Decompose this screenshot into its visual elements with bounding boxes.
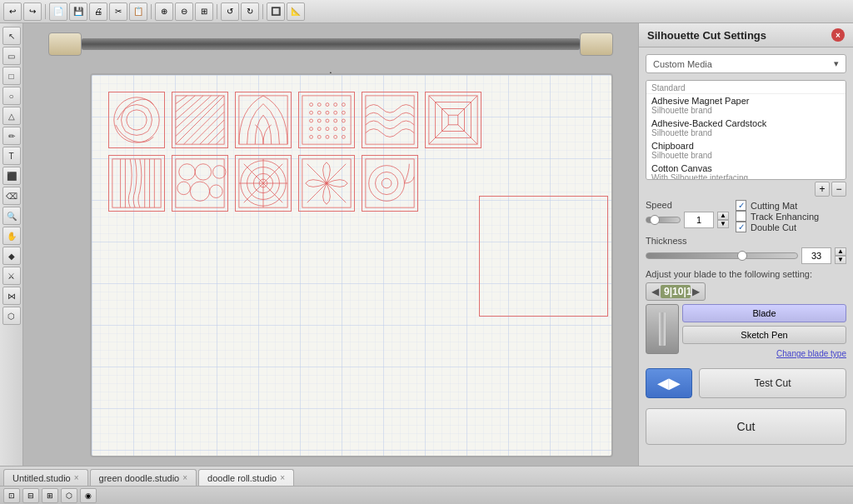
toolbar-btn-back[interactable]: ↩ xyxy=(3,2,22,21)
toolbar-btn-redo[interactable]: ↻ xyxy=(241,2,259,21)
tab-doodle-roll-close[interactable]: × xyxy=(280,473,285,482)
toolbar-btn-fit[interactable]: ⊞ xyxy=(195,2,213,21)
tool-eraser[interactable]: ⌫ xyxy=(2,187,21,205)
test-cut-button[interactable]: Test Cut xyxy=(699,368,846,398)
tool-trace[interactable]: ⬡ xyxy=(2,307,21,325)
tab-untitled-close[interactable]: × xyxy=(74,473,79,482)
tool-zoom[interactable]: 🔍 xyxy=(2,207,21,225)
tool-text[interactable]: T xyxy=(2,147,21,165)
media-remove-button[interactable]: − xyxy=(831,182,846,197)
track-enhancing-label: Track Enhancing xyxy=(751,212,819,222)
tab-doodle-roll-label: doodle roll.studio xyxy=(207,473,277,483)
toolbar-btn-new[interactable]: 📄 xyxy=(49,2,67,21)
design-item-10[interactable] xyxy=(298,155,355,212)
blade-decrease-btn[interactable]: ◀ xyxy=(650,286,661,297)
status-btn-2[interactable]: ⊟ xyxy=(22,488,39,503)
media-add-button[interactable]: + xyxy=(815,182,830,197)
thickness-slider[interactable] xyxy=(646,252,798,259)
tab-green-doodle[interactable]: green doodle.studio × xyxy=(90,469,197,486)
speed-value: 1 xyxy=(684,212,714,228)
svg-point-71 xyxy=(376,172,398,194)
tool-weld[interactable]: ⋈ xyxy=(2,287,21,305)
tab-untitled-label: Untitled.studio xyxy=(12,473,71,483)
design-item-9[interactable] xyxy=(235,155,292,212)
toolbar-btn-cut[interactable]: ✂ xyxy=(109,2,127,21)
speed-label: Speed xyxy=(646,200,729,210)
cutting-mat-checkbox[interactable] xyxy=(736,200,746,211)
speed-up-btn[interactable]: ▲ xyxy=(717,212,729,220)
design-item-6[interactable] xyxy=(425,92,481,148)
toolbar-btn-zoom-out[interactable]: ⊖ xyxy=(175,2,193,21)
speed-stepper[interactable]: ▲ ▼ xyxy=(717,212,729,228)
tab-green-doodle-close[interactable]: × xyxy=(182,473,187,482)
tool-knife[interactable]: ⚔ xyxy=(2,267,21,285)
track-enhancing-checkbox[interactable] xyxy=(736,211,746,222)
toolbar-btn-select[interactable]: 🔲 xyxy=(267,2,285,21)
tab-untitled[interactable]: Untitled.studio × xyxy=(3,469,88,486)
thickness-slider-thumb[interactable] xyxy=(737,251,747,261)
thickness-down-btn[interactable]: ▼ xyxy=(835,256,846,264)
tool-polygon[interactable]: △ xyxy=(2,107,21,125)
design-item-4[interactable] xyxy=(298,92,355,148)
design-item-5[interactable] xyxy=(362,92,418,148)
status-btn-3[interactable]: ⊞ xyxy=(42,488,58,503)
toolbar-btn-zoom-in[interactable]: ⊕ xyxy=(155,2,173,21)
design-item-3[interactable] xyxy=(235,92,292,148)
thickness-label: Thickness xyxy=(646,236,846,246)
blade-type-blade-btn[interactable]: Blade xyxy=(682,304,846,322)
tool-fill[interactable]: ⬛ xyxy=(2,167,21,185)
panel-header: Silhouette Cut Settings × xyxy=(639,23,853,47)
design-item-7[interactable] xyxy=(108,155,165,212)
panel-close-button[interactable]: × xyxy=(831,28,845,42)
double-cut-checkbox[interactable] xyxy=(736,222,746,232)
tab-doodle-roll[interactable]: doodle roll.studio × xyxy=(198,469,294,486)
thickness-stepper[interactable]: ▲ ▼ xyxy=(835,247,846,264)
media-selector-dropdown[interactable]: Custom Media ▾ xyxy=(646,54,846,73)
tool-select[interactable]: ▭ xyxy=(2,47,21,65)
media-item-2[interactable]: Adhesive-Backed Cardstock Silhouette bra… xyxy=(646,117,846,139)
svg-point-34 xyxy=(326,127,329,131)
design-item-1[interactable] xyxy=(108,92,165,148)
tool-rectangle[interactable]: □ xyxy=(2,67,21,85)
design-item-11[interactable] xyxy=(362,155,418,212)
status-btn-4[interactable]: ⬡ xyxy=(61,488,77,503)
toolbar-btn-save[interactable]: 💾 xyxy=(69,2,87,21)
media-item-4[interactable]: Cotton Canvas With Silhouette interfacin… xyxy=(646,162,846,180)
blade-type-sketch-btn[interactable]: Sketch Pen xyxy=(682,326,846,344)
status-btn-5[interactable]: ◉ xyxy=(80,488,97,503)
toolbar-btn-print[interactable]: 🖨 xyxy=(89,2,107,21)
blade-image xyxy=(646,304,679,354)
speed-slider-thumb[interactable] xyxy=(650,215,660,225)
thickness-up-btn[interactable]: ▲ xyxy=(835,247,846,256)
status-bar: ⊡ ⊟ ⊞ ⬡ ◉ xyxy=(0,486,853,504)
toolbar-btn-forward[interactable]: ↪ xyxy=(23,2,42,21)
tool-pen[interactable]: ✏ xyxy=(2,127,21,145)
thickness-section: Thickness 33 ▲ ▼ xyxy=(646,236,846,264)
toolbar-btn-paste[interactable]: 📋 xyxy=(129,2,147,21)
svg-line-7 xyxy=(176,96,212,128)
svg-point-23 xyxy=(317,111,321,114)
media-item-3[interactable]: Chipboard Silhouette brand xyxy=(646,139,846,162)
design-item-2[interactable] xyxy=(172,92,228,148)
svg-point-30 xyxy=(334,119,337,122)
media-item-1[interactable]: Adhesive Magnet Paper Silhouette brand xyxy=(646,94,846,117)
media-selector-label: Custom Media xyxy=(653,59,712,69)
media-list[interactable]: Standard Adhesive Magnet Paper Silhouett… xyxy=(646,80,846,180)
toolbar-btn-measure[interactable]: 📐 xyxy=(287,2,305,21)
speed-down-btn[interactable]: ▼ xyxy=(717,220,729,228)
svg-line-48 xyxy=(458,96,477,115)
tool-pointer[interactable]: ↖ xyxy=(2,27,21,45)
svg-line-4 xyxy=(176,96,187,104)
blade-increase-btn[interactable]: ▶ xyxy=(691,286,701,297)
status-btn-1[interactable]: ⊡ xyxy=(3,488,20,503)
tool-node[interactable]: ◆ xyxy=(2,247,21,265)
speed-slider[interactable] xyxy=(646,217,681,223)
svg-point-26 xyxy=(342,111,345,114)
design-item-8[interactable] xyxy=(172,155,228,212)
tool-pan[interactable]: ✋ xyxy=(2,227,21,245)
cut-button[interactable]: Cut xyxy=(646,408,846,445)
tool-ellipse[interactable]: ○ xyxy=(2,87,21,105)
send-to-cutter-button[interactable]: ◀▶ xyxy=(646,368,692,398)
change-blade-link[interactable]: Change blade type xyxy=(682,349,846,358)
toolbar-btn-undo[interactable]: ↺ xyxy=(221,2,239,21)
